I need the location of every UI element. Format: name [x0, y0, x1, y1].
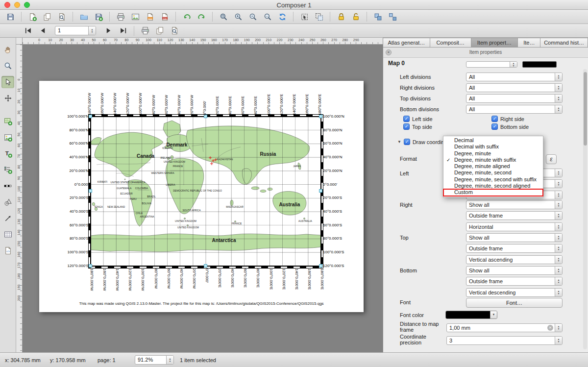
menu-item-degree-minute[interactable]: Degree, minute: [443, 150, 543, 157]
add-legend-tool[interactable]: [1, 164, 14, 176]
grid-style-combo[interactable]: [466, 61, 517, 68]
top-mode-combo[interactable]: Show all: [466, 233, 563, 242]
menu-item-degree-minute-aligned[interactable]: Degree, minute aligned: [443, 163, 543, 170]
composer-canvas[interactable]: CanadaDenmarkRussiaAustraliaAntarcticaIC…: [23, 45, 383, 352]
atlas-first-feature-button[interactable]: [22, 25, 34, 37]
font-color-widget[interactable]: [445, 311, 497, 319]
add-scalebar-tool[interactable]: [1, 180, 14, 192]
menu-item-degree-minute-second[interactable]: Degree, minute, second: [443, 170, 543, 176]
ungroup-items-button[interactable]: [386, 11, 399, 23]
expression-button[interactable]: [546, 154, 557, 164]
left-side-checkbox[interactable]: [403, 116, 410, 122]
deselect-items-button[interactable]: [313, 11, 325, 23]
grid-line-color-swatch[interactable]: [522, 61, 557, 68]
bottom-side-checkbox[interactable]: [491, 123, 498, 130]
menu-item-degree-minute-with-suffix[interactable]: Degree, minute with suffix: [443, 157, 543, 163]
font-color-swatch[interactable]: [446, 311, 490, 318]
export-image-button[interactable]: [129, 11, 142, 23]
menu-item-degree-minute-second-aligned[interactable]: Degree, minute, second aligned: [443, 183, 543, 189]
top-position-combo[interactable]: Outside frame: [466, 244, 563, 253]
menu-item-degree-minute-second-with-suffix[interactable]: Degree, minute, second with suffix: [443, 176, 543, 183]
zoom-level-combo[interactable]: 91.2%: [135, 355, 174, 365]
atlas-page-combo[interactable]: 1: [55, 26, 96, 35]
add-table-tool[interactable]: [1, 228, 14, 241]
menu-item-decimal[interactable]: Decimal: [443, 137, 543, 144]
add-html-tool[interactable]: </>: [1, 245, 14, 257]
tab-composit[interactable]: Composit…: [430, 38, 471, 48]
atlas-last-feature-button[interactable]: [117, 25, 129, 37]
tab-item-propert[interactable]: Item propert…: [471, 38, 518, 48]
selection-handle[interactable]: [89, 264, 92, 268]
add-label-tool[interactable]: T: [1, 147, 14, 160]
refresh-view-button[interactable]: [276, 11, 289, 23]
composer-manager-button[interactable]: [55, 11, 68, 23]
atlas-next-feature-button[interactable]: [102, 25, 115, 37]
left-divisions-combo[interactable]: All: [466, 73, 563, 81]
duplicate-composer-button[interactable]: [41, 11, 53, 23]
undo-button[interactable]: [180, 11, 193, 23]
bottom-mode-combo[interactable]: Show all: [466, 266, 563, 275]
save-project-button[interactable]: [4, 11, 17, 23]
preview-atlas-button[interactable]: [168, 25, 181, 37]
close-panel-icon[interactable]: [386, 49, 392, 55]
selection-handle[interactable]: [89, 115, 92, 118]
top-side-checkbox[interactable]: [403, 123, 410, 130]
zoom-out-button[interactable]: [246, 11, 259, 23]
menu-item-decimal-with-suffix[interactable]: Decimal with suffix: [443, 144, 543, 150]
save-template-button[interactable]: [92, 11, 105, 23]
coordinate-precision-field[interactable]: 3: [446, 336, 563, 345]
top-divisions-combo[interactable]: All: [466, 94, 563, 103]
distance-to-map-frame-field[interactable]: 1,00 mm: [446, 323, 563, 332]
map-item[interactable]: CanadaDenmarkRussiaAustraliaAntarcticaIC…: [91, 117, 321, 266]
collapse-arrow-icon[interactable]: [397, 140, 401, 144]
tab-atlas-generat[interactable]: Atlas generat…: [383, 38, 430, 48]
select-move-item-tool[interactable]: [1, 76, 14, 88]
add-shape-tool[interactable]: [1, 196, 14, 208]
bottom-divisions-combo[interactable]: All: [466, 105, 563, 114]
lock-items-button[interactable]: [335, 11, 347, 23]
menu-item-custom[interactable]: Custom: [443, 189, 543, 196]
scrollbar-thumb[interactable]: [584, 72, 587, 146]
export-svg-button[interactable]: SVG: [144, 11, 156, 23]
new-composer-button[interactable]: [26, 11, 39, 23]
print-button[interactable]: [114, 11, 127, 23]
right-mode-combo[interactable]: Show all: [466, 200, 563, 209]
print-atlas-button[interactable]: [139, 25, 151, 37]
bottom-position-combo[interactable]: Outside frame: [466, 277, 563, 286]
zoom-in-button[interactable]: [232, 11, 245, 23]
export-pdf-button[interactable]: PDF: [158, 11, 171, 23]
load-template-button[interactable]: [77, 11, 90, 23]
zoom-actual-button[interactable]: 1:1: [261, 11, 274, 23]
selection-handle[interactable]: [204, 264, 207, 268]
redo-button[interactable]: [195, 11, 208, 23]
add-image-tool[interactable]: [1, 131, 14, 144]
select-items-button[interactable]: [298, 11, 311, 23]
top-direction-combo[interactable]: Vertical ascending: [466, 255, 563, 264]
right-position-combo[interactable]: Outside frame: [466, 211, 563, 220]
right-divisions-combo[interactable]: All: [466, 83, 563, 92]
font-button[interactable]: Font…: [466, 298, 563, 308]
tab-command-hist[interactable]: Command hist…: [540, 38, 588, 48]
bottom-direction-combo[interactable]: Vertical descending: [466, 288, 563, 297]
selection-handle[interactable]: [89, 189, 92, 193]
zoom-tool[interactable]: [1, 60, 14, 72]
pan-tool[interactable]: [1, 44, 14, 56]
atlas-previous-feature-button[interactable]: [36, 25, 49, 37]
export-atlas-button[interactable]: [153, 25, 166, 37]
draw-coordinates-checkbox[interactable]: [404, 139, 410, 145]
panel-scrollbar[interactable]: [583, 69, 587, 349]
tab-ite[interactable]: Ite…: [518, 38, 540, 48]
move-item-content-tool[interactable]: [1, 92, 14, 104]
add-arrow-tool[interactable]: [1, 212, 14, 224]
add-map-tool[interactable]: [1, 115, 14, 127]
right-direction-combo[interactable]: Horizontal: [466, 222, 563, 231]
zoom-full-button[interactable]: [217, 11, 230, 23]
unlock-items-button[interactable]: [349, 11, 362, 23]
selection-handle[interactable]: [204, 115, 207, 118]
clear-value-icon[interactable]: [547, 325, 553, 331]
selection-handle[interactable]: [319, 189, 322, 193]
selection-handle[interactable]: [319, 115, 322, 118]
selection-handle[interactable]: [319, 264, 322, 268]
group-items-button[interactable]: [371, 11, 384, 23]
right-side-checkbox[interactable]: [491, 116, 498, 122]
